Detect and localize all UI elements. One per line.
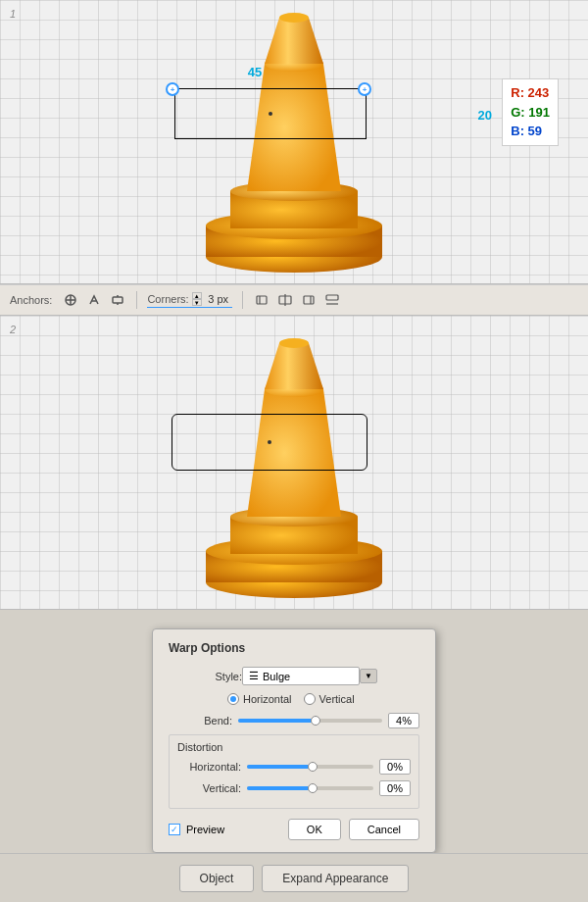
dim-label-width-1: 45: [248, 65, 262, 79]
anchors-label: Anchors:: [10, 294, 52, 306]
bend-slider-thumb[interactable]: [311, 716, 320, 726]
properties-toolbar: Anchors: Corners: ▲ ▼ 3 px: [0, 284, 588, 316]
dialog-panel: Warp Options Style: ☰ Bulge ▼ Horizontal…: [152, 628, 436, 853]
align-tool-3[interactable]: [300, 291, 318, 309]
bend-slider-fill: [238, 719, 316, 723]
g-value: G: 191: [511, 103, 550, 123]
handle-right-1[interactable]: [358, 82, 371, 96]
expand-appearance-button[interactable]: Expand Appearance: [262, 865, 409, 892]
horizontal-radio[interactable]: Horizontal: [227, 693, 292, 705]
style-value: Bulge: [263, 671, 290, 682]
anchor-tool-1[interactable]: [62, 291, 79, 309]
horiz-dist-label: Horizontal:: [177, 761, 241, 773]
vert-dist-label: Vertical:: [177, 782, 241, 794]
style-dropdown-arrow[interactable]: ▼: [360, 669, 377, 683]
horiz-dist-fill: [247, 765, 311, 769]
align-tool-1[interactable]: [253, 291, 270, 309]
object-button[interactable]: Object: [179, 865, 255, 892]
distortion-group: Distortion Horizontal: 0% Vertical: 0%: [169, 734, 419, 809]
vertical-label: Vertical: [319, 693, 355, 705]
center-dot-2: [268, 440, 271, 444]
preview-label: Preview: [186, 824, 224, 835]
svg-rect-22: [326, 295, 338, 300]
horizontal-label: Horizontal: [243, 693, 292, 705]
cancel-button[interactable]: Cancel: [349, 819, 419, 840]
corners-group: Corners: ▲ ▼ 3 px: [147, 292, 231, 308]
bend-label: Bend:: [169, 715, 232, 727]
align-tool-2[interactable]: [276, 291, 294, 309]
svg-rect-16: [257, 296, 267, 304]
vert-dist-fill: [247, 786, 311, 790]
step-number-1: 1: [10, 8, 16, 20]
bend-value: 4%: [388, 713, 419, 728]
bend-slider-row: Bend: 4%: [169, 713, 419, 728]
selection-box-2: [172, 414, 368, 471]
bend-slider-track[interactable]: [238, 719, 382, 723]
corners-down-arrow[interactable]: ▼: [192, 299, 202, 306]
svg-rect-20: [304, 296, 314, 304]
dialog-buttons: Preview OK Cancel: [169, 819, 419, 840]
step-number-2: 2: [10, 324, 16, 335]
toolbar-divider: [136, 291, 137, 309]
rgb-badge: R: 243 G: 191 B: 59: [502, 78, 559, 146]
ok-cancel-group: OK Cancel: [288, 819, 419, 840]
anchor-tool-2[interactable]: [85, 291, 103, 309]
svg-marker-31: [265, 343, 323, 389]
toolbar-divider-2: [242, 291, 243, 309]
vert-dist-thumb[interactable]: [308, 783, 318, 793]
canvas-1: 1: [0, 0, 588, 284]
b-value: B: 59: [511, 122, 550, 141]
ok-button[interactable]: OK: [288, 819, 341, 840]
preview-checkbox[interactable]: [169, 824, 180, 835]
vertical-radio-circle[interactable]: [304, 693, 316, 705]
horiz-dist-track[interactable]: [247, 765, 373, 769]
preview-row: Preview: [169, 824, 224, 835]
horiz-dist-thumb[interactable]: [308, 762, 318, 772]
distortion-title: Distortion: [177, 741, 411, 753]
svg-marker-7: [265, 18, 323, 64]
warp-dialog: Warp Options Style: ☰ Bulge ▼ Horizontal…: [152, 628, 436, 853]
center-dot-1: [269, 112, 272, 116]
dim-label-height-1: 20: [478, 108, 492, 123]
style-label: Style:: [198, 671, 242, 682]
style-select[interactable]: ☰ Bulge: [242, 667, 360, 685]
align-tool-4[interactable]: [323, 291, 341, 309]
style-row: Style: ☰ Bulge ▼: [198, 667, 419, 685]
anchor-tool-3[interactable]: [109, 291, 126, 309]
horiz-dist-value: 0%: [379, 759, 411, 775]
r-value: R: 243: [511, 83, 550, 103]
corners-value: 3 px: [205, 293, 232, 305]
vert-dist-slider-row: Vertical: 0%: [177, 780, 411, 796]
dialog-title: Warp Options: [169, 641, 419, 655]
svg-point-8: [279, 13, 309, 23]
horiz-dist-slider-row: Horizontal: 0%: [177, 759, 411, 775]
cone-svg-1: [167, 0, 421, 284]
selection-box-1: [174, 88, 367, 139]
vert-dist-value: 0%: [379, 780, 411, 796]
corners-label: Corners:: [147, 293, 188, 305]
handle-left-1[interactable]: [166, 82, 179, 96]
orientation-radio-group: Horizontal Vertical: [227, 693, 419, 705]
vertical-radio[interactable]: Vertical: [304, 693, 355, 705]
corners-up-arrow[interactable]: ▲: [192, 292, 202, 299]
vert-dist-track[interactable]: [247, 786, 373, 790]
svg-rect-13: [113, 297, 122, 303]
bottom-toolbar: Object Expand Appearance: [0, 853, 588, 902]
canvas-2: 2: [0, 316, 588, 610]
corners-spinner[interactable]: ▲ ▼: [192, 292, 202, 306]
horizontal-radio-circle[interactable]: [227, 693, 239, 705]
style-icon: ☰: [249, 670, 259, 682]
svg-point-32: [279, 338, 309, 348]
